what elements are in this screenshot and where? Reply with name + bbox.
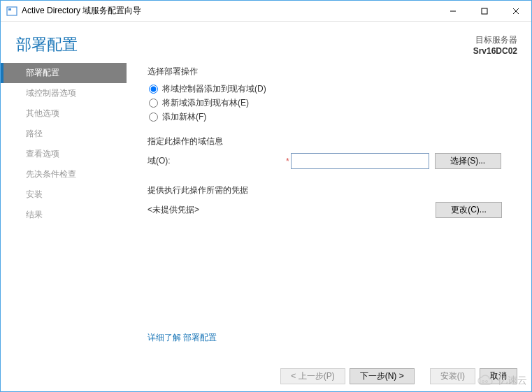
radio-add-domain-existing-forest[interactable]: 将新域添加到现有林(E) (149, 97, 515, 109)
radio-label-2: 将新域添加到现有林(E) (162, 97, 249, 109)
sidebar-item-deployment[interactable]: 部署配置 (1, 63, 127, 83)
credentials-label: 提供执行此操作所需的凭据 (148, 184, 515, 196)
sidebar-item-dc-options[interactable]: 域控制器选项 (1, 83, 127, 103)
sidebar-item-other-options[interactable]: 其他选项 (1, 103, 127, 124)
radio-input-2[interactable] (149, 99, 158, 108)
target-info: 目标服务器 Srv16DC02 (473, 34, 517, 56)
operation-label: 选择部署操作 (148, 66, 515, 78)
content: 选择部署操作 将域控制器添加到现有域(D) 将新域添加到现有林(E) 添加新林(… (127, 63, 531, 335)
svg-rect-0 (7, 7, 17, 15)
install-button: 安装(I) (430, 368, 475, 384)
radio-label-3: 添加新林(F) (162, 111, 206, 123)
minimize-button[interactable] (437, 1, 468, 21)
more-info-link[interactable]: 详细了解 部署配置 (148, 332, 217, 344)
radio-input-1[interactable] (149, 85, 158, 94)
domain-info-label: 指定此操作的域信息 (148, 136, 515, 147)
svg-rect-1 (8, 8, 11, 10)
svg-point-7 (486, 381, 488, 383)
operation-radio-group: 将域控制器添加到现有域(D) 将新域添加到现有林(E) 添加新林(F) (148, 83, 515, 123)
watermark-text: 亿速云 (498, 375, 527, 387)
domain-field-label: 域(O): (148, 155, 286, 167)
window-title: Active Directory 域服务配置向导 (22, 5, 437, 17)
select-button[interactable]: 选择(S)... (435, 153, 501, 169)
page-title: 部署配置 (16, 34, 78, 55)
prev-button: < 上一步(P) (280, 368, 345, 384)
close-button[interactable] (500, 1, 531, 21)
svg-point-6 (482, 381, 484, 383)
cloud-icon (477, 375, 495, 387)
domain-row: 域(O): * 选择(S)... (148, 153, 515, 169)
radio-input-3[interactable] (149, 112, 158, 122)
radio-label-1: 将域控制器添加到现有域(D) (162, 83, 266, 95)
sidebar-item-paths[interactable]: 路径 (1, 124, 127, 144)
sidebar-item-prereq[interactable]: 先决条件检查 (1, 164, 127, 184)
credentials-row: <未提供凭据> 更改(C)... (148, 202, 515, 218)
maximize-button[interactable] (468, 1, 500, 21)
credentials-status: <未提供凭据> (148, 204, 430, 216)
change-button[interactable]: 更改(C)... (436, 202, 502, 218)
app-icon (6, 6, 17, 17)
target-label: 目标服务器 (473, 34, 517, 46)
window-controls (437, 1, 531, 21)
target-name: Srv16DC02 (473, 46, 517, 56)
body: 部署配置 域控制器选项 其他选项 路径 查看选项 先决条件检查 安装 结果 选择… (1, 63, 531, 335)
radio-add-dc-existing-domain[interactable]: 将域控制器添加到现有域(D) (149, 83, 515, 95)
sidebar-item-review[interactable]: 查看选项 (1, 144, 127, 164)
titlebar: Active Directory 域服务配置向导 (1, 1, 531, 22)
sidebar: 部署配置 域控制器选项 其他选项 路径 查看选项 先决条件检查 安装 结果 (1, 63, 127, 335)
watermark: 亿速云 (477, 375, 527, 387)
header: 部署配置 目标服务器 Srv16DC02 (1, 22, 531, 63)
sidebar-item-results[interactable]: 结果 (1, 205, 127, 225)
sidebar-item-install[interactable]: 安装 (1, 184, 127, 205)
required-asterisk: * (286, 157, 289, 166)
svg-rect-3 (482, 8, 487, 14)
next-button[interactable]: 下一步(N) > (350, 368, 415, 384)
domain-input[interactable] (291, 153, 429, 169)
radio-add-new-forest[interactable]: 添加新林(F) (149, 111, 515, 123)
